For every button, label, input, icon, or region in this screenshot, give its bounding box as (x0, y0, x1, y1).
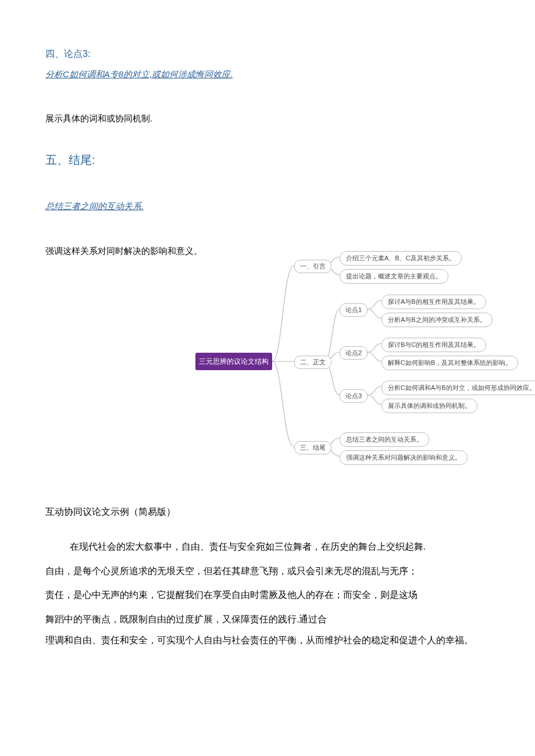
example-title: 互动协同议论文示例（简易版） (45, 506, 493, 518)
mindmap-leaf: 分析C如何调和A与B的对立，或如何形成协同效应。 (381, 381, 535, 395)
mindmap-leaf: 解释C如何影响B，及其对整体系统的影响。 (381, 356, 518, 370)
essay-line: 在现代社会的宏大叙事中，自由、责任与安全宛如三位舞者，在历史的舞台上交织起舞. (70, 542, 426, 551)
mindmap-diagram: 三元思辨的议论文结构 一、引言 介绍三个元素A、B、C及其初步关系。 提出论题，… (195, 252, 535, 471)
mindmap-sub-point3: 论点3 (340, 389, 368, 403)
mindmap-leaf: 介绍三个元素A、B、C及其初步关系。 (340, 251, 462, 266)
mindmap-leaf: 探讨B与C的相互作用及其结果。 (381, 338, 486, 352)
mindmap-sub-point1: 论点1 (340, 303, 368, 317)
mindmap-branch-conclusion: 三、结尾 (294, 441, 331, 454)
essay-line: 责任，是心中无声的约束，它提醒我们在享受自由时需厥及他人的存在；而安全，则是这场 (45, 590, 418, 600)
mindmap-leaf: 提出论题，概述文章的主要观点。 (340, 269, 448, 284)
mindmap-root: 三元思辨的议论文结构 (195, 353, 272, 370)
essay-line: 自由，是每个心灵所追求的无垠天空，但若任其肆意飞翔，或只会引来无尽的混乱与无序； (45, 566, 418, 576)
section4-italic: 分析C如何调和A专8的对立,或如何涉成悔同效应. (45, 66, 493, 83)
mindmap-leaf: 探讨A与B的相互作用及其结果。 (381, 295, 486, 309)
essay-line: 舞蹈中的平衡点，既限制自由的过度扩展，又保障责任的践行.通过合 (45, 614, 327, 624)
mindmap-sub-point2: 论点2 (340, 346, 368, 360)
mindmap-leaf: 总结三者之间的互动关系。 (340, 432, 429, 447)
mindmap-leaf: 展示具体的调和或协同机制。 (381, 399, 477, 413)
section4-heading: 四、论点3: (45, 46, 493, 62)
mindmap-branch-body: 二、正文 (294, 356, 331, 369)
example-paragraph-tail: 理调和自由、责任和安全，可实现个人自由与社会责任的平衡，从而维护社会的稳定和促进… (45, 631, 493, 650)
mindmap-branch-intro: 一、引言 (294, 260, 331, 273)
section5-italic: 总结三者之间的互动关系. (45, 198, 493, 215)
mindmap-leaf: 强调这种关系对问题解决的影响和意义。 (340, 450, 468, 465)
mindmap-leaf: 分析A与B之间的冲突或互补关系。 (381, 313, 493, 327)
section4-body: 展示具体的词和或协同机制. (45, 110, 493, 127)
document-page: 四、论点3: 分析C如何调和A专8的对立,或如何涉成悔同效应. 展示具体的词和或… (0, 0, 535, 685)
example-paragraph: 在现代社会的宏大叙事中，自由、责任与安全宛如三位舞者，在历史的舞台上交织起舞. … (45, 535, 493, 631)
section5-heading: 五、结尾: (45, 151, 493, 169)
